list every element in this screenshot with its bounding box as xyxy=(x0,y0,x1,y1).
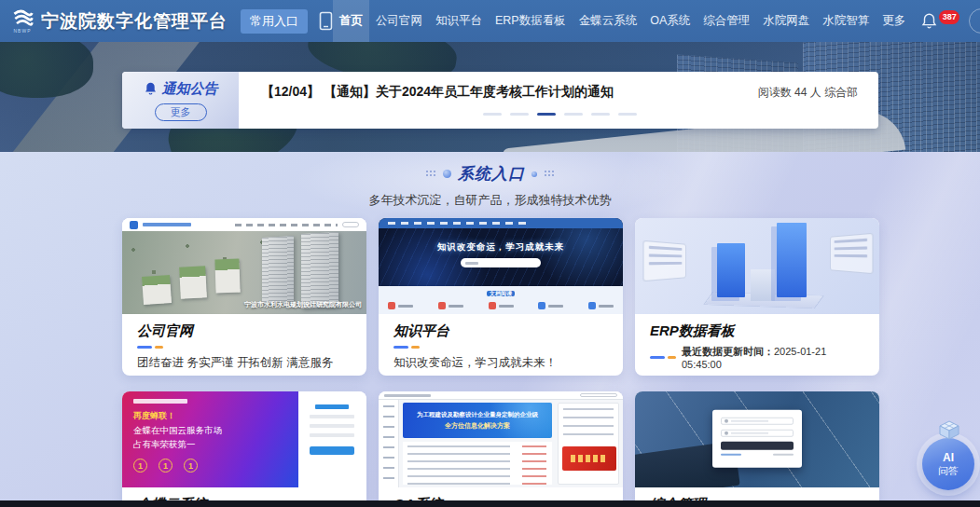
mini-link-item xyxy=(438,302,463,309)
oa-thumbnail: 为工程建设及勘察设计企业量身定制的企业级 全方位信息化解决方案 xyxy=(379,391,623,487)
accent-line xyxy=(650,356,676,359)
mini-search-text xyxy=(465,262,478,265)
notification-count-badge[interactable]: 387 xyxy=(939,10,959,24)
ai-assistant-button[interactable]: AI 问答 xyxy=(921,421,977,494)
green-roof-building xyxy=(214,259,240,294)
mini-login-button xyxy=(721,441,794,449)
system-cards-grid: 宁波市水利水电规划设计研究院有限公司 公司官网 团结奋进 务实严谨 开拓创新 满… xyxy=(122,218,879,507)
notice-date: 【12/04】 xyxy=(261,84,320,99)
section-header: 系统入口 多年技术沉淀，自研产品，形成独特技术优势 xyxy=(0,163,980,209)
nav-item-ai-compute[interactable]: 水院智算 xyxy=(816,0,876,42)
notice-carousel-indicator xyxy=(261,113,858,116)
mini-login-footer xyxy=(721,453,794,456)
mini-hero-area: 知识改变命运，学习成就未来 xyxy=(379,228,623,286)
erp-update-row: 最近数据更新时间：2025-01-21 05:45:00 xyxy=(650,345,864,370)
user-avatar[interactable] xyxy=(969,8,980,34)
card-title: ERP数据看板 xyxy=(650,322,864,340)
card-erp-dashboard[interactable]: ERP数据看板 最近数据更新时间：2025-01-21 05:45:00 洞察经… xyxy=(635,218,879,376)
card-knowledge-platform[interactable]: 知识改变命运，学习成就未来 文档阅读 xyxy=(379,218,623,376)
carousel-dot-1[interactable] xyxy=(483,113,502,116)
card-body: 知识平台 知识改变命运，学习成就未来！ xyxy=(379,314,623,371)
notice-meta: 阅读数 44 人 综合部 xyxy=(758,85,858,101)
rank-medal-icon: 1 xyxy=(133,459,147,473)
notice-title: 【通知】关于2024年员工年度考核工作计划的通知 xyxy=(324,84,614,99)
company-name-caption: 宁波市水利水电规划设计研究院有限公司 xyxy=(244,300,362,309)
accent-orange xyxy=(155,346,163,349)
mini-logo xyxy=(130,221,138,229)
dashboard-panel-left xyxy=(642,240,685,282)
nav-item-erp-dashboard[interactable]: ERP数据看板 xyxy=(489,0,573,42)
nav-item-kingdee[interactable]: 金蝶云系统 xyxy=(573,0,644,42)
mini-red-banner xyxy=(562,446,616,471)
bottom-dark-strip xyxy=(0,500,980,507)
oa-banner-line2: 全方位信息化解决方案 xyxy=(403,421,552,431)
notice-panel-title: 通知公告 xyxy=(162,80,218,98)
carousel-dot-4[interactable] xyxy=(564,113,583,116)
oa-banner-line1: 为工程建设及勘察设计企业量身定制的企业级 xyxy=(403,411,552,419)
red-banner-text xyxy=(571,455,608,462)
accent-line xyxy=(393,346,608,349)
logo[interactable]: NBWP xyxy=(11,9,34,34)
mini-search-box xyxy=(342,222,359,227)
nav-item-home[interactable]: 首页 xyxy=(333,0,369,42)
carousel-dot-2[interactable] xyxy=(510,113,529,116)
blue-bar-tall xyxy=(777,223,807,297)
carousel-dot-3-active[interactable] xyxy=(537,113,556,116)
blue-bar-short xyxy=(717,243,745,297)
notice-left-panel: 通知公告 更多 xyxy=(122,72,239,129)
mini-tab-row xyxy=(310,415,354,418)
accent-orange xyxy=(411,346,420,349)
nav-item-integrated-mgmt[interactable]: 综合管理 xyxy=(697,0,756,42)
mini-input xyxy=(310,433,354,437)
nav-item-more[interactable]: 更多 xyxy=(876,0,912,42)
notice-read-count: 阅读数 44 人 xyxy=(758,86,821,99)
navbar-right-cluster: 387 xyxy=(921,8,980,34)
aerial-photo: 宁波市水利水电规划设计研究院有限公司 xyxy=(122,231,366,314)
nav-item-oa[interactable]: OA系统 xyxy=(643,0,697,42)
kingdee-promo-line2: 金蝶在中国云服务市场 xyxy=(133,425,298,437)
nav-item-netdisk[interactable]: 水院网盘 xyxy=(756,0,816,42)
sphere-decoration xyxy=(443,170,451,178)
mini-search-box xyxy=(580,393,617,397)
card-description: 知识改变命运，学习成就未来！ xyxy=(393,355,608,371)
card-oa-system[interactable]: 为工程建设及勘察设计企业量身定制的企业级 全方位信息化解决方案 OA系统 xyxy=(379,391,623,507)
medal-row: 1 1 1 xyxy=(133,459,298,473)
accent-line xyxy=(137,346,352,349)
carousel-dot-6[interactable] xyxy=(618,113,637,116)
sphere-decoration xyxy=(531,171,537,177)
brand-title: 宁波院数字化管理平台 xyxy=(41,9,228,34)
mini-site-header xyxy=(379,218,623,228)
nav-item-knowledge[interactable]: 知识平台 xyxy=(429,0,489,42)
notice-item-link[interactable]: 【12/04】 【通知】关于2024年员工年度考核工作计划的通知 xyxy=(261,84,614,101)
notice-caption: 通知公告 xyxy=(144,80,218,98)
dots-decoration xyxy=(544,170,555,178)
kingdee-logo-mark xyxy=(133,399,187,404)
oa-banner: 为工程建设及勘察设计企业量身定制的企业级 全方位信息化解决方案 xyxy=(403,403,552,438)
nav-item-company-site[interactable]: 公司官网 xyxy=(369,0,429,42)
card-title: 知识平台 xyxy=(393,322,608,340)
notice-more-button[interactable]: 更多 xyxy=(155,103,207,121)
notice-department: 综合部 xyxy=(824,86,858,99)
gray-bar xyxy=(751,269,775,301)
mini-site-header xyxy=(122,218,366,231)
mobile-device-icon[interactable] xyxy=(319,11,333,31)
mini-logo-text xyxy=(384,394,431,397)
dashboard-panel-right xyxy=(830,233,873,275)
accent-blue xyxy=(650,356,665,359)
kingdee-promo-line1: 再度蝉联！ xyxy=(133,410,298,422)
notice-board: 通知公告 更多 【12/04】 【通知】关于2024年员工年度考核工作计划的通知… xyxy=(122,72,878,129)
kingdee-promo-panel: 再度蝉联！ 金蝶在中国云服务市场 占有率荣获第一 1 1 1 xyxy=(122,391,298,487)
green-roof-building xyxy=(179,266,207,298)
card-description: 洞察经营动态，数据驱动决策 xyxy=(650,375,864,376)
carousel-dot-5[interactable] xyxy=(591,113,610,116)
office-tower xyxy=(262,236,294,303)
card-company-site[interactable]: 宁波市水利水电规划设计研究院有限公司 公司官网 团结奋进 务实严谨 开拓创新 满… xyxy=(122,218,366,376)
integrated-mgmt-thumbnail xyxy=(635,391,879,487)
card-kingdee-cloud[interactable]: 再度蝉联！ 金蝶在中国云服务市场 占有率荣获第一 1 1 1 xyxy=(122,391,366,507)
mini-link-item xyxy=(489,302,514,309)
quick-entry-button[interactable]: 常用入口 xyxy=(241,9,308,34)
mini-link-item xyxy=(538,302,563,309)
notification-bell-icon[interactable] xyxy=(921,12,937,30)
card-integrated-management[interactable]: 综合管理 xyxy=(635,391,879,507)
accent-blue xyxy=(393,346,408,349)
